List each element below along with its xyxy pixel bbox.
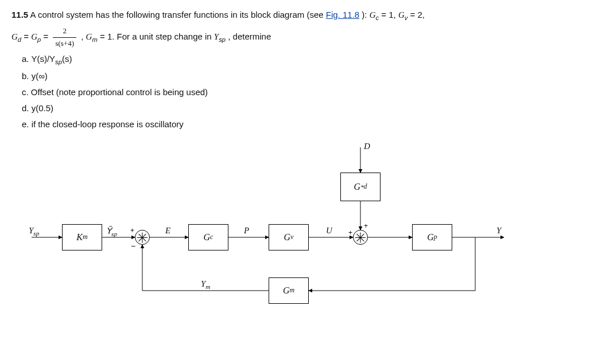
frac-den: s(s+4) <box>53 38 76 50</box>
part-a-text: a. Y(s)/Y <box>22 54 55 64</box>
part-a-sub: sp <box>55 58 62 65</box>
gp-sub2: p <box>434 233 437 241</box>
eq2: = <box>44 32 51 41</box>
part-a-post: (s) <box>62 54 72 64</box>
signal-u: U <box>326 226 332 236</box>
ysp-sym: Y <box>214 32 219 41</box>
gv-eq: = 2, <box>410 10 425 19</box>
ysp-sub2: sp <box>33 230 39 237</box>
gm-sub2: m <box>289 286 294 295</box>
signal-ysp: Ysp <box>29 226 39 237</box>
sum1-minus: − <box>131 241 135 251</box>
gc-sub2: c <box>210 233 213 241</box>
summing-junction-1 <box>135 230 150 245</box>
signal-d: D <box>364 142 370 151</box>
sum2-plus-left: + <box>348 229 352 237</box>
gm-sym: G <box>86 32 92 41</box>
gv-sub2: v <box>290 233 293 241</box>
gm-sub: m <box>92 36 97 43</box>
km-sub: m <box>83 233 88 241</box>
sum2-plus-top: + <box>364 222 368 230</box>
gd-sym: G <box>11 32 18 41</box>
gc-eq: = 1, <box>381 10 398 19</box>
gv-sym: G <box>398 10 405 19</box>
gd-sub: d <box>18 36 21 43</box>
km-sym: K <box>76 232 83 242</box>
summing-junction-2 <box>353 230 368 245</box>
gm-sym2: G <box>283 285 290 296</box>
frac-num: 2 <box>53 25 76 38</box>
gv-sub: v <box>405 14 408 21</box>
block-gp: Gp <box>412 224 452 251</box>
gd-sym2: G <box>354 182 360 192</box>
signal-y: Y <box>496 226 501 236</box>
tail: , determine <box>228 32 271 41</box>
yspt-sym: Ỹ <box>106 226 111 236</box>
gm-tail: = 1. For a unit step change in <box>100 32 214 41</box>
problem-line-2: Gd = Gp = 2 s(s+4) , Gm = 1. For a unit … <box>11 25 579 50</box>
sum1-plus: + <box>130 226 134 234</box>
gp-sub: p <box>37 36 41 43</box>
gp-sym2: G <box>427 232 434 242</box>
gc-sym: G <box>370 10 376 19</box>
figure-link[interactable]: Fig. 11.8 <box>326 10 359 19</box>
part-e: e. if the closed-loop response is oscill… <box>22 118 579 131</box>
gv-sym2: G <box>284 232 291 242</box>
problem-number: 11.5 <box>11 10 28 19</box>
problem-line-1: 11.5 A control system has the following … <box>11 8 579 23</box>
fraction: 2 s(s+4) <box>53 25 76 50</box>
yspt-sub: sp <box>111 230 117 237</box>
ysp-sub: sp <box>219 36 226 43</box>
part-c: c. Offset (note proportional control is … <box>22 85 579 99</box>
block-gd: G*d <box>340 173 381 201</box>
gc-sub: c <box>376 14 379 21</box>
signal-e: E <box>165 226 170 236</box>
gp-sym: G <box>31 32 37 41</box>
signal-ysp-tilde: Ỹsp <box>106 226 117 237</box>
eq1: = <box>24 32 31 41</box>
gc-sym2: G <box>204 232 211 242</box>
ym-sub: m <box>205 283 210 290</box>
part-b: b. y(∞) <box>22 69 579 83</box>
signal-p: P <box>244 226 249 236</box>
signal-ym: Ym <box>201 279 210 290</box>
block-diagram: Ysp Ỹsp E P U D Y Ym + − + + Km Gc Gv <box>11 137 579 320</box>
block-km: Km <box>62 224 102 251</box>
part-a: a. Y(s)/Ysp(s) <box>22 52 579 67</box>
part-d: d. y(0.5) <box>22 101 579 115</box>
block-gc: Gc <box>188 224 228 251</box>
intro-pre: A control system has the following trans… <box>30 10 326 19</box>
comma: , <box>81 32 86 41</box>
intro-post: ): <box>362 10 369 19</box>
gd-sub2: d <box>364 182 367 191</box>
block-gm: Gm <box>269 277 309 304</box>
block-gv: Gv <box>269 224 309 251</box>
